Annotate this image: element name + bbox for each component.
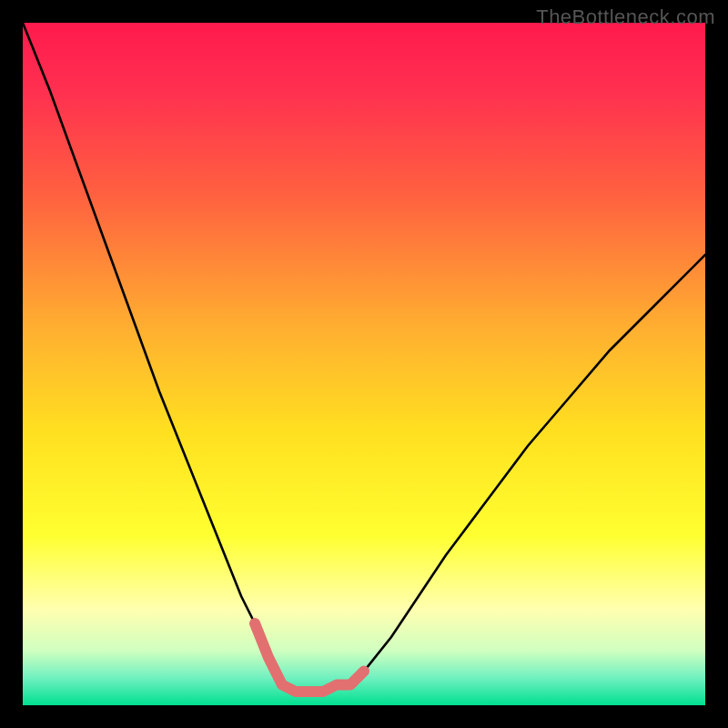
right-curve (350, 255, 705, 685)
plot-area (23, 23, 705, 705)
curves-layer (23, 23, 705, 705)
valley-highlight (255, 623, 364, 692)
left-curve (23, 23, 282, 685)
watermark-text: TheBottleneck.com (536, 5, 715, 29)
